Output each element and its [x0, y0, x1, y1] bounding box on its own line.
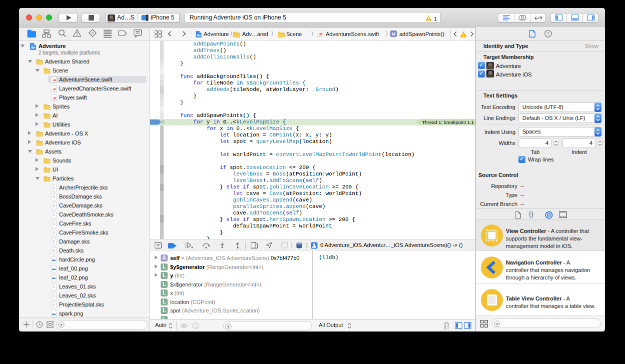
svg-text:?: ? [547, 31, 549, 36]
svg-text:i: i [195, 324, 196, 328]
